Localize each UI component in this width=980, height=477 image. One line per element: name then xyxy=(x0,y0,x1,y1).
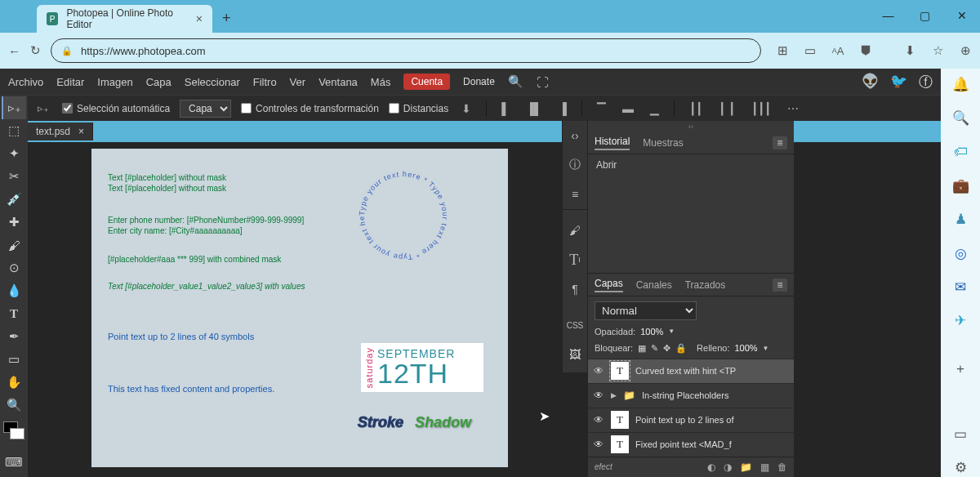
quick-mask-icon[interactable]: ⌨ xyxy=(2,451,26,474)
visibility-icon[interactable]: 👁 xyxy=(593,414,604,426)
close-tab-icon[interactable]: × xyxy=(196,12,203,25)
css-panel-icon[interactable]: CSS xyxy=(563,310,587,340)
lock-position-icon[interactable]: ✥ xyxy=(663,343,670,354)
back-button[interactable]: ← xyxy=(8,39,20,62)
new-layer-icon[interactable]: ▦ xyxy=(760,461,769,473)
favorites-icon[interactable]: ☆ xyxy=(926,39,949,62)
panel-menu-icon[interactable]: ≡ xyxy=(773,136,787,149)
distribute-gap-icon[interactable]: ┃ ┃ xyxy=(715,102,738,115)
outlook-icon[interactable]: ✉ xyxy=(951,278,970,296)
games-icon[interactable]: ♟ xyxy=(951,210,970,229)
menu-ventana[interactable]: Ventana xyxy=(318,76,358,88)
menu-mas[interactable]: Más xyxy=(371,76,391,88)
edge-icon[interactable]: ◎ xyxy=(951,244,970,263)
document-tab[interactable]: text.psd × xyxy=(28,123,93,140)
tracker-icon[interactable]: ⛊ xyxy=(854,39,877,62)
bell-icon[interactable]: 🔔 xyxy=(951,75,970,94)
blur-tool[interactable]: 💧 xyxy=(2,279,26,302)
account-button[interactable]: Cuenta xyxy=(403,74,450,90)
align-bottom-icon[interactable]: ▁ xyxy=(647,102,662,115)
align-right-icon[interactable]: ▐ xyxy=(555,102,570,115)
adjustment-layer-icon[interactable]: ◑ xyxy=(724,461,732,473)
close-window-button[interactable]: ✕ xyxy=(943,0,980,31)
lock-pixels-icon[interactable]: ▦ xyxy=(638,343,646,354)
align-left-icon[interactable]: ▌ xyxy=(498,102,513,115)
opacity-slider-icon[interactable]: ▼ xyxy=(668,328,675,335)
opacity-value[interactable]: 100% xyxy=(640,327,663,337)
adjust-icon[interactable]: ≡ xyxy=(563,180,587,209)
add-sidebar-icon[interactable]: + xyxy=(951,360,970,379)
text-size-icon[interactable]: AA xyxy=(826,39,849,62)
toolbox-icon[interactable]: 💼 xyxy=(951,176,970,195)
minimize-button[interactable]: — xyxy=(870,0,906,31)
color-swatch[interactable] xyxy=(3,421,24,439)
tab-canales[interactable]: Canales xyxy=(636,279,672,291)
menu-seleccionar[interactable]: Seleccionar xyxy=(185,76,240,88)
layer-row[interactable]: 👁 ▶ 📁 In-string Placeholders xyxy=(588,383,794,408)
character-panel-icon[interactable]: TI xyxy=(563,245,587,274)
facebook-icon[interactable]: ⓕ xyxy=(919,73,933,91)
visibility-icon[interactable]: 👁 xyxy=(593,390,604,401)
lock-brush-icon[interactable]: ✎ xyxy=(651,343,658,354)
healing-tool[interactable]: ✚ xyxy=(2,211,26,234)
effects-label[interactable]: efect xyxy=(595,462,612,471)
menu-imagen[interactable]: Imagen xyxy=(97,76,132,88)
layer-row[interactable]: 👁 T Curved text with hint <TP xyxy=(588,359,794,383)
reader-icon[interactable]: ▭ xyxy=(799,39,822,62)
search-icon[interactable]: 🔍 xyxy=(508,74,523,89)
fill-value[interactable]: 100% xyxy=(734,343,757,353)
fill-slider-icon[interactable]: ▼ xyxy=(763,345,769,352)
auto-select-checkbox[interactable]: Selección automática xyxy=(62,103,170,114)
maximize-button[interactable]: ▢ xyxy=(906,0,943,31)
align-vcenter-icon[interactable]: ▬ xyxy=(619,102,637,115)
tab-capas[interactable]: Capas xyxy=(595,278,623,292)
browser-tab[interactable]: P Photopea | Online Photo Editor × xyxy=(37,5,212,33)
menu-capa[interactable]: Capa xyxy=(146,76,172,88)
fullscreen-icon[interactable]: ⛶ xyxy=(537,75,549,89)
menu-ver[interactable]: Ver xyxy=(290,76,306,88)
toggle-panels-icon[interactable]: ‹› xyxy=(563,121,587,150)
panel-menu-icon[interactable]: ≡ xyxy=(773,279,787,292)
search-sidebar-icon[interactable]: 🔍 xyxy=(951,109,970,127)
hand-tool[interactable]: ✋ xyxy=(2,371,26,394)
move-tool[interactable]: ▹₊ xyxy=(2,96,26,119)
blend-mode-select[interactable]: Normal xyxy=(595,301,697,320)
clone-tool[interactable]: ⊙ xyxy=(2,256,26,279)
crop-tool[interactable]: ✂ xyxy=(2,165,26,188)
align-top-icon[interactable]: ▔ xyxy=(594,102,609,115)
twitter-icon[interactable]: 🐦 xyxy=(890,73,907,91)
info-icon[interactable]: ⓘ xyxy=(563,150,587,180)
panel-collapse-icon[interactable]: ‹› xyxy=(588,121,794,132)
distribute-v-icon[interactable]: ┃┃┃ xyxy=(748,102,774,115)
layer-row[interactable]: 👁 T Fixed point text <MAD_f xyxy=(588,432,794,457)
download-icon[interactable]: ⬇ xyxy=(458,102,474,115)
tab-muestras[interactable]: Muestras xyxy=(643,137,683,149)
layer-mask-icon[interactable]: ◐ xyxy=(707,461,715,473)
paragraph-panel-icon[interactable]: ¶ xyxy=(563,274,587,304)
collapse-sidebar-icon[interactable]: ▭ xyxy=(951,424,970,443)
transform-controls-checkbox[interactable]: Controles de transformación xyxy=(241,103,379,114)
delete-layer-icon[interactable]: 🗑 xyxy=(777,461,787,473)
shopping-icon[interactable]: 🏷 xyxy=(951,143,970,162)
settings-sidebar-icon[interactable]: ⚙ xyxy=(951,458,970,477)
tab-trazados[interactable]: Trazados xyxy=(685,279,726,291)
menu-archivo[interactable]: Archivo xyxy=(8,76,43,88)
collections-icon[interactable]: ⊕ xyxy=(954,39,977,62)
layer-row[interactable]: 👁 T Point text up to 2 lines of xyxy=(588,408,794,432)
menu-editar[interactable]: Editar xyxy=(56,76,84,88)
new-tab-button[interactable]: + xyxy=(217,10,236,27)
canvas[interactable]: Text [#placeholder] without mask Text [#… xyxy=(91,149,508,467)
menu-filtro[interactable]: Filtro xyxy=(253,76,277,88)
expand-icon[interactable]: ▶ xyxy=(611,391,617,399)
new-folder-icon[interactable]: 📁 xyxy=(740,461,752,473)
split-screen-icon[interactable]: ⊞ xyxy=(771,39,794,62)
refresh-button[interactable]: ↻ xyxy=(30,39,41,62)
distances-checkbox[interactable]: Distancias xyxy=(389,103,448,114)
visibility-icon[interactable]: 👁 xyxy=(593,439,604,450)
wand-tool[interactable]: ✦ xyxy=(2,142,26,165)
tab-historial[interactable]: Historial xyxy=(595,136,630,150)
close-doc-icon[interactable]: × xyxy=(78,126,84,137)
image-panel-icon[interactable]: 🖼 xyxy=(563,340,587,369)
distribute-h-icon[interactable]: ┃┃ xyxy=(686,102,706,115)
text-tool[interactable]: T xyxy=(2,302,26,325)
